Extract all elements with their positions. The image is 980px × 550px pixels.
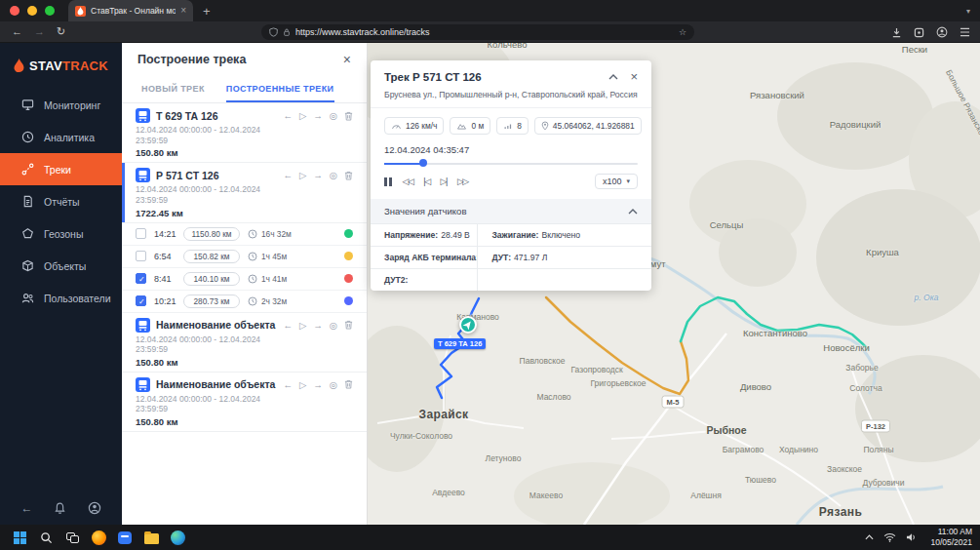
clock-icon: [248, 296, 257, 306]
sidebar-item-geozones[interactable]: Геозоны: [0, 217, 122, 250]
segment-checkbox[interactable]: [136, 251, 146, 261]
segment-color-dot: [344, 296, 353, 305]
collapse-chevron-up-icon[interactable]: [608, 74, 618, 80]
extensions-icon[interactable]: [914, 27, 924, 38]
tray-chevron-up-icon[interactable]: [865, 534, 874, 540]
slider-thumb[interactable]: [419, 159, 427, 167]
tab-built-tracks[interactable]: ПОСТРОЕННЫЕ ТРЕКИ: [226, 75, 334, 102]
locate-track-icon[interactable]: ◎: [330, 110, 337, 121]
chat-icon[interactable]: [113, 527, 137, 548]
browser-tab-bar: СтавТрак - Онлайн монитор... × + ▾: [0, 0, 980, 21]
sidebar-item-users[interactable]: Пользователи: [0, 282, 122, 314]
playback-speed-select[interactable]: x100 ▾: [595, 174, 638, 189]
pan-to-end-icon[interactable]: →: [313, 170, 323, 180]
segment-checkbox[interactable]: [136, 273, 146, 284]
menu-icon[interactable]: [960, 27, 970, 37]
new-tab-button[interactable]: +: [203, 5, 211, 18]
step-back-icon[interactable]: |◁: [423, 177, 429, 186]
map-label: Константиново: [743, 328, 807, 338]
firefox-icon[interactable]: [87, 527, 110, 548]
detail-title: Трек Р 571 СТ 126: [384, 71, 608, 83]
pan-to-start-icon[interactable]: ←: [283, 170, 293, 180]
window-minimize-button[interactable]: [27, 6, 37, 16]
track-segment-row[interactable]: 14:21 1150.80 км 16ч 32м: [122, 223, 367, 246]
vehicle-marker[interactable]: [459, 316, 477, 334]
wifi-icon[interactable]: [883, 532, 896, 542]
collapse-sidebar-icon[interactable]: ←: [21, 502, 33, 514]
browser-address-bar: ← → ↻ https://www.stavtrack.online/track…: [0, 21, 980, 43]
sensors-section-header[interactable]: Значения датчиков: [371, 199, 651, 223]
play-track-icon[interactable]: ▷: [299, 320, 306, 331]
delete-track-icon[interactable]: [344, 320, 353, 330]
segment-distance: 150.82 км: [183, 250, 240, 263]
sidebar-item-tracks[interactable]: Треки: [0, 153, 122, 185]
tab-new-track[interactable]: НОВЫЙ ТРЕК: [141, 75, 205, 102]
track-item[interactable]: Т 629 ТА 126 ← ▷ → ◎ 12.04.2024 00:00:00…: [122, 103, 367, 163]
locate-track-icon[interactable]: ◎: [330, 379, 337, 390]
volume-icon[interactable]: [906, 532, 917, 542]
sidebar-item-label: Мониторинг: [44, 99, 100, 111]
edge-icon[interactable]: [166, 527, 189, 548]
locate-track-icon[interactable]: ◎: [330, 170, 337, 180]
delete-track-icon[interactable]: [344, 379, 353, 389]
pan-to-end-icon[interactable]: →: [313, 320, 323, 331]
pan-to-end-icon[interactable]: →: [313, 110, 323, 121]
vehicle-map-badge[interactable]: Т 629 ТА 126: [434, 338, 486, 349]
taskbar-search-icon[interactable]: [34, 527, 58, 548]
track-item-selected[interactable]: Р 571 СТ 126 ← ▷ → ◎ 12.04.2024 00:00:00…: [122, 163, 367, 222]
play-track-icon[interactable]: ▷: [299, 110, 306, 121]
sidebar-item-label: Треки: [44, 164, 71, 176]
taskbar-time: 11:00 AM: [930, 527, 972, 537]
bookmark-star-icon[interactable]: ☆: [679, 27, 686, 37]
profile-icon[interactable]: [936, 26, 948, 38]
coords-stat: 45.064062, 41.926881: [534, 117, 642, 135]
taskbar-clock[interactable]: 11:00 AM 10/05/2021: [930, 527, 972, 547]
reload-icon[interactable]: ↻: [57, 26, 65, 37]
panel-tabs: НОВЫЙ ТРЕК ПОСТРОЕННЫЕ ТРЕКИ: [122, 75, 367, 103]
track-item[interactable]: Наименование объекта ← ▷ → ◎ 12.04.2024 …: [122, 313, 367, 373]
map-label: Солотча: [849, 383, 882, 393]
notifications-bell-icon[interactable]: [54, 501, 66, 515]
map-label: Заборье: [845, 363, 878, 373]
shield-icon[interactable]: [269, 27, 278, 37]
detail-close-icon[interactable]: ×: [630, 70, 638, 83]
play-track-icon[interactable]: ▷: [299, 379, 306, 390]
task-view-icon[interactable]: [60, 527, 84, 548]
start-button[interactable]: [8, 527, 31, 548]
tab-close-icon[interactable]: ×: [180, 6, 186, 16]
pause-icon[interactable]: [384, 177, 392, 186]
forward-icon[interactable]: →: [34, 26, 45, 37]
delete-track-icon[interactable]: [344, 171, 353, 180]
pan-to-start-icon[interactable]: ←: [283, 379, 293, 390]
downloads-icon[interactable]: [891, 27, 902, 38]
account-icon[interactable]: [88, 501, 101, 515]
track-segment-row[interactable]: 8:41 140.10 км 1ч 41м: [122, 268, 367, 291]
rewind-icon[interactable]: ◁◁: [403, 177, 413, 186]
playback-slider[interactable]: [384, 159, 638, 168]
sidebar-item-monitoring[interactable]: Мониторинг: [0, 89, 122, 121]
window-zoom-button[interactable]: [45, 6, 55, 16]
track-segment-row[interactable]: 6:54 150.82 км 1ч 45м: [122, 246, 367, 268]
locate-track-icon[interactable]: ◎: [330, 320, 337, 331]
track-item[interactable]: Наименование объекта ← ▷ → ◎ 12.04.2024 …: [122, 373, 367, 432]
url-bar[interactable]: https://www.stavtrack.online/tracks ☆: [261, 24, 694, 40]
track-segment-row[interactable]: 10:21 280.73 км 2ч 32м: [122, 291, 367, 313]
play-track-icon[interactable]: ▷: [299, 170, 306, 180]
segment-checkbox[interactable]: [136, 295, 146, 306]
file-explorer-icon[interactable]: [139, 527, 163, 548]
sidebar-item-reports[interactable]: Отчёты: [0, 185, 122, 217]
fast-forward-icon[interactable]: ▷▷: [457, 177, 468, 186]
panel-close-icon[interactable]: ×: [343, 52, 351, 67]
tab-list-chevron-icon[interactable]: ▾: [966, 7, 970, 16]
sidebar-item-analytics[interactable]: Аналитика: [0, 121, 122, 153]
pan-to-start-icon[interactable]: ←: [283, 320, 293, 331]
sidebar-item-objects[interactable]: Объекты: [0, 250, 122, 282]
window-close-button[interactable]: [10, 6, 20, 16]
back-icon[interactable]: ←: [12, 26, 22, 37]
browser-tab[interactable]: СтавТрак - Онлайн монитор... ×: [68, 0, 193, 21]
segment-checkbox[interactable]: [136, 228, 146, 239]
pan-to-start-icon[interactable]: ←: [283, 110, 293, 121]
pan-to-end-icon[interactable]: →: [313, 379, 323, 390]
delete-track-icon[interactable]: [344, 111, 353, 121]
step-forward-icon[interactable]: ▷|: [441, 177, 447, 186]
